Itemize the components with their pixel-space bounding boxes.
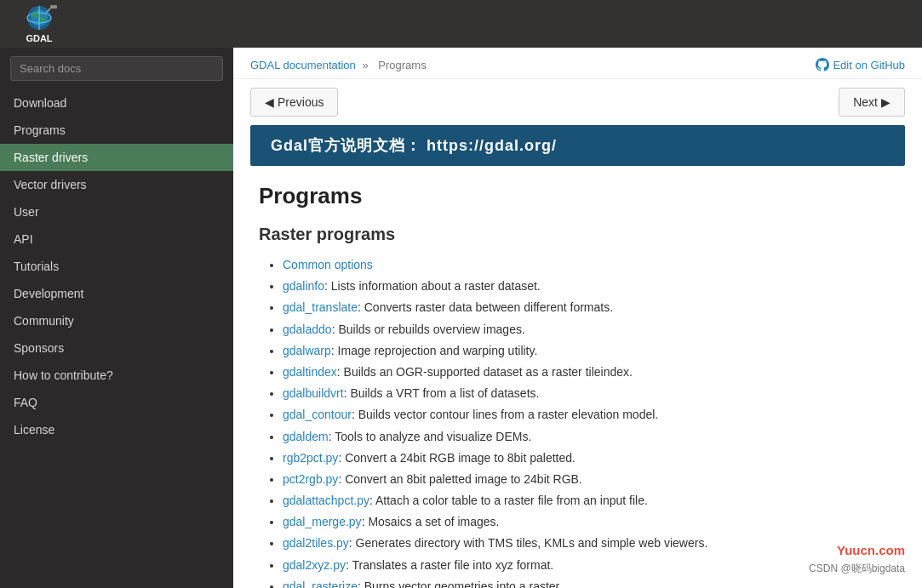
sidebar-item-api[interactable]: API: [0, 225, 233, 253]
main-layout: DownloadProgramsRaster driversVector dri…: [0, 48, 922, 588]
search-area: [0, 48, 233, 89]
sidebar-item-community[interactable]: Community: [0, 307, 233, 334]
edit-github-link[interactable]: Edit on GitHub: [816, 58, 905, 71]
github-icon: [816, 58, 829, 71]
breadcrumb: GDAL documentation » Programs: [250, 59, 430, 71]
gdaladdo-link[interactable]: gdaladdo: [283, 323, 332, 336]
breadcrumb-home-link[interactable]: GDAL documentation: [250, 59, 356, 71]
logo-area: GDAL: [14, 3, 65, 45]
gdal2xyz-py-link[interactable]: gdal2xyz.py: [283, 558, 346, 572]
svg-text:GDAL: GDAL: [26, 33, 52, 43]
gdal-contour-link[interactable]: gdal_contour: [283, 408, 352, 421]
gdalinfo-link[interactable]: gdalinfo: [283, 279, 324, 293]
list-item: gdal_merge.py: Mosaics a set of images.: [283, 511, 896, 533]
prev-arrow-icon: ◀: [265, 95, 274, 109]
list-item: gdal2xyz.py: Translates a raster file in…: [283, 555, 896, 576]
list-item: gdal2tiles.py: Generates directory with …: [283, 533, 896, 554]
sidebar-item-sponsors[interactable]: Sponsors: [0, 334, 233, 362]
gdal-logo: GDAL: [14, 3, 65, 45]
sidebar-item-user[interactable]: User: [0, 198, 233, 225]
sidebar-item-download[interactable]: Download: [0, 89, 233, 117]
list-item: Common options: [283, 254, 896, 276]
pct2rgb-py-link[interactable]: pct2rgb.py: [283, 472, 338, 486]
section-title: Raster programs: [259, 225, 896, 244]
gdalattachpct-py-link[interactable]: gdalattachpct.py: [283, 494, 369, 507]
page-title: Programs: [259, 180, 896, 209]
list-item: gdalbuildvrt: Builds a VRT from a list o…: [283, 383, 896, 404]
gdal-merge-py-link[interactable]: gdal_merge.py: [283, 515, 362, 528]
breadcrumb-sep: »: [362, 59, 368, 71]
sidebar-item-programs[interactable]: Programs: [0, 117, 233, 144]
sidebar-item-vector-drivers[interactable]: Vector drivers: [0, 171, 233, 198]
prev-button[interactable]: ◀ Previous: [250, 88, 338, 117]
list-item: gdaltindex: Builds an OGR-supported data…: [283, 362, 896, 383]
list-item: rgb2pct.py: Convert a 24bit RGB image to…: [283, 448, 896, 469]
page-nav: ◀ Previous Next ▶: [233, 79, 922, 125]
list-item: gdaldem: Tools to analyze and visualize …: [283, 426, 896, 448]
sidebar-item-license[interactable]: License: [0, 416, 233, 443]
top-bar: GDAL: [0, 0, 922, 48]
sidebar-item-faq[interactable]: FAQ: [0, 389, 233, 416]
list-item: gdaladdo: Builds or rebuilds overview im…: [283, 319, 896, 340]
nav-header: GDAL documentation » Programs Edit on Gi…: [233, 48, 922, 79]
sidebar-item-how-to-contribute[interactable]: How to contribute?: [0, 362, 233, 389]
search-input[interactable]: [10, 56, 223, 81]
programs-list: Common optionsgdalinfo: Lists informatio…: [259, 254, 896, 588]
watermark-yuucn: Yuucn.com: [837, 543, 905, 557]
gdaltindex-link[interactable]: gdaltindex: [283, 365, 337, 379]
list-item: gdal_rasterize: Burns vector geometries …: [283, 576, 896, 588]
sidebar-item-tutorials[interactable]: Tutorials: [0, 253, 233, 280]
svg-point-4: [32, 13, 39, 18]
gdal-translate-link[interactable]: gdal_translate: [283, 300, 358, 314]
sidebar: DownloadProgramsRaster driversVector dri…: [0, 48, 233, 588]
gdalbuildvrt-link[interactable]: gdalbuildvrt: [283, 386, 344, 400]
list-item: gdalinfo: Lists information about a rast…: [283, 276, 896, 297]
announcement-banner: Gdal官方说明文档： https://gdal.org/: [250, 125, 905, 166]
gdal-rasterize-link[interactable]: gdal_rasterize: [283, 579, 358, 588]
next-button[interactable]: Next ▶: [839, 88, 905, 117]
breadcrumb-current: Programs: [378, 59, 426, 71]
next-arrow-icon: ▶: [881, 95, 891, 109]
sidebar-item-development[interactable]: Development: [0, 280, 233, 307]
list-item: gdal_translate: Converts raster data bet…: [283, 297, 896, 318]
sidebar-nav: DownloadProgramsRaster driversVector dri…: [0, 89, 233, 588]
sidebar-item-raster-drivers[interactable]: Raster drivers: [0, 144, 233, 171]
gdalwarp-link[interactable]: gdalwarp: [283, 344, 331, 357]
common-options-link[interactable]: Common options: [283, 258, 373, 271]
doc-content: Programs Raster programs Common optionsg…: [233, 180, 922, 588]
list-item: gdal_contour: Builds vector contour line…: [283, 404, 896, 425]
svg-point-5: [40, 18, 45, 22]
rgb2pct-py-link[interactable]: rgb2pct.py: [283, 451, 338, 465]
watermark-csdn: CSDN @晓码bigdata: [809, 562, 905, 576]
svg-rect-7: [50, 5, 57, 9]
list-item: gdalwarp: Image reprojection and warping…: [283, 340, 896, 362]
gdal2tiles-py-link[interactable]: gdal2tiles.py: [283, 536, 349, 550]
list-item: gdalattachpct.py: Attach a color table t…: [283, 490, 896, 511]
content-area: GDAL documentation » Programs Edit on Gi…: [233, 48, 922, 588]
list-item: pct2rgb.py: Convert an 8bit paletted ima…: [283, 469, 896, 490]
gdaldem-link[interactable]: gdaldem: [283, 430, 329, 443]
